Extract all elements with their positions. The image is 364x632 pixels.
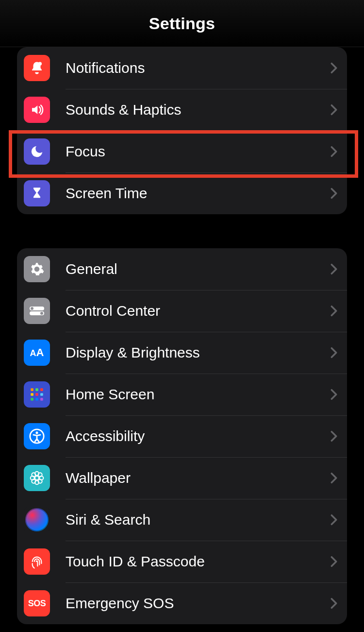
svg-rect-5 [31, 388, 33, 391]
chevron-right-icon [331, 430, 337, 442]
chevron-right-icon [331, 188, 337, 199]
notifications-row[interactable]: Notifications [17, 47, 347, 89]
svg-point-2 [31, 307, 33, 310]
siri-search-row[interactable]: Siri & Search [17, 499, 347, 541]
page-title: Settings [149, 14, 215, 33]
text-size-icon: AA [24, 340, 50, 366]
chevron-right-icon [331, 389, 337, 400]
header: Settings [0, 0, 364, 47]
fingerprint-icon [24, 548, 50, 575]
wallpaper-row[interactable]: Wallpaper [17, 457, 347, 499]
app-grid-icon [24, 381, 50, 408]
chevron-right-icon [331, 514, 337, 526]
speaker-icon [24, 97, 50, 123]
sos-icon: SOS [24, 590, 50, 616]
row-label: Screen Time [66, 185, 331, 202]
screen-time-row[interactable]: Screen Time [17, 172, 347, 214]
row-label: Sounds & Haptics [66, 102, 331, 118]
svg-rect-12 [35, 398, 38, 401]
row-label: Siri & Search [66, 512, 331, 528]
emergency-sos-row[interactable]: SOS Emergency SOS [17, 582, 347, 624]
control-center-row[interactable]: Control Center [17, 290, 347, 332]
svg-point-16 [35, 476, 39, 480]
accessibility-row[interactable]: Accessibility [17, 415, 347, 457]
chevron-right-icon [331, 347, 337, 359]
row-label: Touch ID & Passcode [66, 553, 331, 570]
row-label: Focus [66, 143, 331, 160]
svg-rect-8 [31, 393, 33, 396]
svg-point-15 [35, 431, 38, 434]
gear-icon [24, 256, 50, 282]
row-label: Accessibility [66, 428, 331, 444]
chevron-right-icon [331, 305, 337, 317]
svg-point-4 [40, 312, 43, 315]
chevron-right-icon [331, 62, 337, 74]
row-label: Emergency SOS [66, 595, 331, 612]
row-label: Notifications [66, 60, 331, 76]
svg-rect-10 [40, 393, 43, 396]
svg-point-0 [38, 62, 42, 66]
svg-rect-13 [40, 398, 43, 401]
row-label: Home Screen [66, 386, 331, 403]
svg-rect-7 [40, 388, 43, 391]
focus-row[interactable]: Focus [17, 131, 347, 172]
accessibility-icon [24, 423, 50, 449]
home-screen-row[interactable]: Home Screen [17, 374, 347, 415]
display-brightness-row[interactable]: AA Display & Brightness [17, 332, 347, 374]
svg-rect-11 [31, 398, 33, 401]
chevron-right-icon [331, 556, 337, 567]
siri-icon [24, 507, 50, 533]
chevron-right-icon [331, 472, 337, 484]
chevron-right-icon [331, 104, 337, 116]
row-label: Wallpaper [66, 470, 331, 486]
svg-rect-9 [35, 393, 38, 396]
row-label: Display & Brightness [66, 344, 331, 361]
chevron-right-icon [331, 146, 337, 157]
toggles-icon [24, 298, 50, 324]
hourglass-icon [24, 180, 50, 206]
row-label: Control Center [66, 303, 331, 319]
touch-id-passcode-row[interactable]: Touch ID & Passcode [17, 541, 347, 582]
moon-icon [24, 138, 50, 165]
chevron-right-icon [331, 263, 337, 275]
settings-group-sounds-focus: Notifications Sounds & Haptics Focus Scr… [17, 47, 347, 214]
row-label: General [66, 261, 331, 277]
flower-icon [24, 465, 50, 491]
svg-rect-6 [35, 388, 38, 391]
general-row[interactable]: General [17, 248, 347, 290]
settings-group-general: General Control Center AA Display & Brig… [17, 248, 347, 624]
sounds-haptics-row[interactable]: Sounds & Haptics [17, 89, 347, 131]
bell-icon [24, 55, 50, 81]
chevron-right-icon [331, 598, 337, 609]
